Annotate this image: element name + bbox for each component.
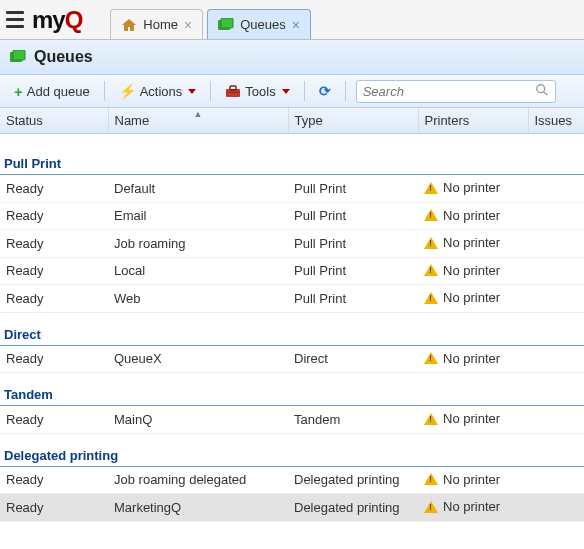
cell-issues: [528, 202, 584, 230]
brand-logo: myQ: [32, 6, 82, 34]
cell-printers: No printer: [418, 175, 528, 203]
cell-issues: [528, 257, 584, 285]
table-row[interactable]: ReadyJob roamingPull PrintNo printer: [0, 230, 584, 258]
cell-name: Job roaming: [108, 230, 288, 258]
cell-status: Ready: [0, 406, 108, 434]
separator: [304, 81, 305, 101]
no-printer-badge: No printer: [424, 472, 500, 487]
cell-printers: No printer: [418, 285, 528, 313]
cell-printers: No printer: [418, 466, 528, 494]
cell-printers: No printer: [418, 345, 528, 373]
col-status[interactable]: Status: [0, 108, 108, 134]
cell-name: MainQ: [108, 406, 288, 434]
cell-issues: [528, 345, 584, 373]
brand-part1: my: [32, 6, 65, 34]
no-printer-label: No printer: [443, 351, 500, 366]
tools-dropdown[interactable]: Tools: [217, 80, 297, 103]
col-name[interactable]: ▲Name: [108, 108, 288, 134]
warning-icon: [424, 292, 438, 304]
cell-status: Ready: [0, 494, 108, 522]
refresh-icon: ⟳: [319, 83, 331, 99]
cell-status: Ready: [0, 345, 108, 373]
table-row[interactable]: ReadyMarketingQDelegated printingNo prin…: [0, 494, 584, 522]
refresh-button[interactable]: ⟳: [311, 79, 339, 103]
col-printers[interactable]: Printers: [418, 108, 528, 134]
table-row[interactable]: ReadyWebPull PrintNo printer: [0, 285, 584, 313]
cell-status: Ready: [0, 202, 108, 230]
queues-icon: [218, 18, 234, 32]
search-icon[interactable]: [535, 83, 549, 100]
table-row[interactable]: ReadyMainQTandemNo printer: [0, 406, 584, 434]
cell-type: Direct: [288, 345, 418, 373]
table-row[interactable]: ReadyLocalPull PrintNo printer: [0, 257, 584, 285]
tab-label: Queues: [240, 17, 286, 32]
cell-issues: [528, 230, 584, 258]
page-header: Queues: [0, 40, 584, 75]
no-printer-label: No printer: [443, 208, 500, 223]
actions-dropdown[interactable]: ⚡ Actions: [111, 79, 205, 103]
no-printer-label: No printer: [443, 290, 500, 305]
cell-type: Delegated printing: [288, 494, 418, 522]
chevron-down-icon: [282, 89, 290, 94]
cell-name: Job roaming delegated: [108, 466, 288, 494]
cell-printers: No printer: [418, 230, 528, 258]
cell-type: Pull Print: [288, 230, 418, 258]
separator: [104, 81, 105, 101]
sort-asc-icon: ▲: [194, 109, 203, 119]
table-header-row: Status ▲Name Type Printers Issues: [0, 108, 584, 134]
table-row[interactable]: ReadyDefaultPull PrintNo printer: [0, 175, 584, 203]
svg-rect-6: [226, 92, 240, 93]
page-title: Queues: [34, 48, 93, 66]
group-header[interactable]: Tandem: [0, 373, 584, 406]
cell-printers: No printer: [418, 494, 528, 522]
warning-icon: [424, 209, 438, 221]
search-input[interactable]: [363, 84, 535, 99]
cell-type: Pull Print: [288, 285, 418, 313]
table-body: Pull PrintReadyDefaultPull PrintNo print…: [0, 134, 584, 522]
cell-issues: [528, 285, 584, 313]
table-row[interactable]: ReadyQueueXDirectNo printer: [0, 345, 584, 373]
group-header[interactable]: Direct: [0, 312, 584, 345]
warning-icon: [424, 182, 438, 194]
separator: [210, 81, 211, 101]
menu-button[interactable]: [0, 5, 30, 35]
cell-status: Ready: [0, 257, 108, 285]
col-type[interactable]: Type: [288, 108, 418, 134]
cell-printers: No printer: [418, 202, 528, 230]
no-printer-label: No printer: [443, 235, 500, 250]
group-header[interactable]: Pull Print: [0, 134, 584, 175]
search-field[interactable]: [356, 80, 556, 103]
close-icon[interactable]: ×: [292, 18, 300, 32]
lightning-icon: ⚡: [119, 83, 136, 99]
svg-rect-5: [230, 86, 236, 90]
cell-status: Ready: [0, 175, 108, 203]
no-printer-badge: No printer: [424, 351, 500, 366]
svg-line-8: [543, 91, 547, 95]
col-issues[interactable]: Issues: [528, 108, 584, 134]
close-icon[interactable]: ×: [184, 18, 192, 32]
plus-icon: +: [14, 84, 23, 99]
table-row[interactable]: ReadyJob roaming delegatedDelegated prin…: [0, 466, 584, 494]
no-printer-badge: No printer: [424, 499, 500, 514]
no-printer-label: No printer: [443, 263, 500, 278]
tab-queues[interactable]: Queues ×: [207, 9, 311, 39]
add-queue-button[interactable]: + Add queue: [6, 80, 98, 103]
no-printer-badge: No printer: [424, 208, 500, 223]
queues-table: Status ▲Name Type Printers Issues Pull P…: [0, 108, 584, 522]
group-title: Direct: [0, 312, 584, 345]
cell-type: Pull Print: [288, 175, 418, 203]
warning-icon: [424, 413, 438, 425]
svg-rect-1: [221, 18, 233, 28]
cell-name: Default: [108, 175, 288, 203]
table-row[interactable]: ReadyEmailPull PrintNo printer: [0, 202, 584, 230]
tab-home[interactable]: Home ×: [110, 9, 203, 39]
top-bar: myQ Home × Queues ×: [0, 0, 584, 40]
button-label: Add queue: [27, 84, 90, 99]
cell-name: Local: [108, 257, 288, 285]
tab-label: Home: [143, 17, 178, 32]
svg-point-7: [536, 84, 544, 92]
chevron-down-icon: [188, 89, 196, 94]
cell-name: Email: [108, 202, 288, 230]
group-header[interactable]: Delegated printing: [0, 433, 584, 466]
cell-name: QueueX: [108, 345, 288, 373]
